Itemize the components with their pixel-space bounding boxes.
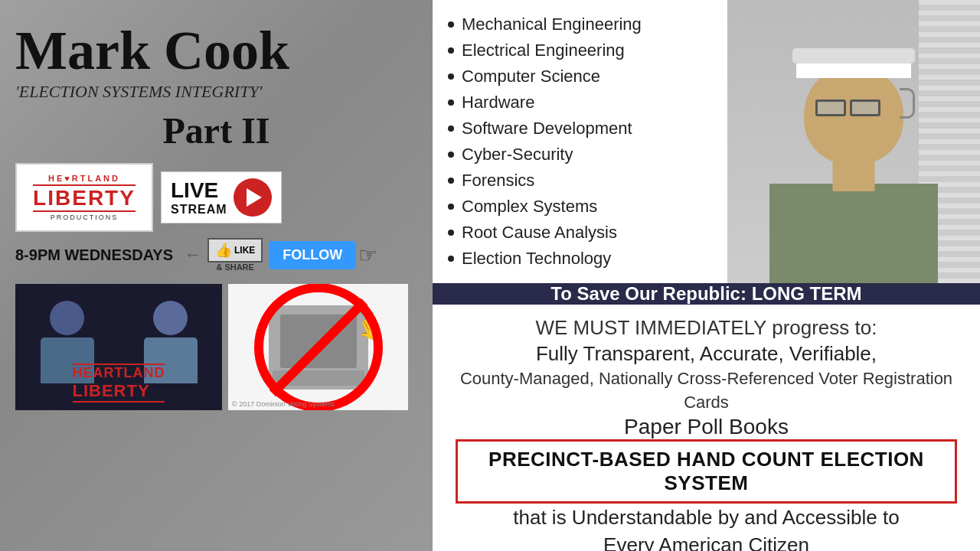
bullet-dot	[448, 99, 454, 106]
logo-line-bottom	[33, 210, 136, 212]
bullet-dot	[448, 126, 454, 132]
thumbnail-caption: © 2017 Dominion Voting Systems	[232, 400, 335, 408]
bullet-dot	[448, 47, 454, 54]
bullet-dot	[448, 230, 454, 236]
share-label: & SHARE	[216, 262, 254, 272]
webcam-section	[727, 0, 980, 283]
live-label: LIVE	[171, 179, 227, 203]
transparent-line2: County-Managed, Nationally Cross-Referen…	[456, 367, 957, 415]
bullet-dot	[448, 21, 454, 28]
glasses	[815, 99, 880, 116]
bullet-text: Cyber-Security	[462, 145, 573, 165]
presenter-name: Mark Cook	[15, 23, 417, 78]
precinct-box: PRECINCT-BASED HAND COUNT ELECTION SYSTE…	[456, 439, 957, 504]
like-share-group: 👍 LIKE & SHARE	[207, 238, 263, 272]
bullet-list-section: Mechanical Engineering Electrical Engine…	[433, 0, 727, 283]
schedule-time: 8-9PM WEDNESDAYS	[15, 246, 173, 264]
understandable-block: that is Understandable by and Accessible…	[513, 504, 899, 551]
no-symbol-container	[253, 284, 384, 410]
hl-text-small: HEARTLANDLIBERTY	[73, 365, 165, 401]
face	[804, 65, 903, 165]
bullet-dot	[448, 256, 454, 262]
banner-text: To Save Our Republic: LONG TERM	[550, 283, 861, 305]
cap-brim	[792, 48, 915, 64]
bullet-text: Election Technology	[462, 249, 611, 269]
bullet-text: Complex Systems	[462, 197, 597, 217]
show-subtitle: 'ELECTION SYSTEMS INTEGRITY'	[15, 82, 417, 102]
hl-logo-small: HEARTLANDLIBERTY	[73, 364, 165, 403]
lens-left	[815, 99, 846, 116]
shirt	[769, 184, 938, 283]
bullet-dot	[448, 152, 454, 158]
live-text-group: LIVE STREAM	[171, 179, 227, 216]
hl-line-bottom-small	[73, 401, 165, 403]
no-symbol-svg	[253, 284, 384, 410]
bullet-software: Software Development	[448, 116, 712, 142]
slide-bottom: WE MUST IMMEDIATELY progress to: Fully T…	[433, 305, 980, 551]
thumbs-up-icon: 👍	[215, 242, 232, 259]
time-interact-row: 8-9PM WEDNESDAYS ← 👍 LIKE & SHARE FOLLOW…	[15, 238, 417, 272]
like-share-button[interactable]: 👍 LIKE	[207, 238, 263, 262]
bullet-dot	[448, 204, 454, 210]
stream-label: STREAM	[171, 203, 227, 217]
bullet-mechanical: Mechanical Engineering	[448, 11, 712, 37]
like-label: LIKE	[234, 245, 255, 256]
like-follow-group: ← 👍 LIKE & SHARE FOLLOW ☞	[185, 238, 377, 272]
left-panel: Mark Cook 'ELECTION SYSTEMS INTEGRITY' P…	[0, 0, 433, 551]
paper-poll-text: Paper Poll Books	[624, 415, 789, 439]
no-machine-container: 🤚	[242, 290, 395, 405]
lens-right	[850, 99, 880, 116]
bullet-text: Mechanical Engineering	[462, 15, 642, 34]
cursor-hand-icon: ☞	[358, 243, 377, 268]
studio-thumbnail[interactable]: HEARTLANDLIBERTY	[15, 284, 222, 410]
person-container	[727, 0, 980, 283]
bullet-text: Electrical Engineering	[462, 41, 625, 60]
understandable-line2: Every American Citizen	[513, 531, 899, 551]
heartland-top-text: HE♥RTLAND	[48, 174, 120, 183]
bullet-text: Forensics	[462, 171, 534, 191]
slide-top: Mechanical Engineering Electrical Engine…	[433, 0, 980, 283]
svg-line-1	[273, 302, 364, 393]
bullet-text: Hardware	[462, 93, 534, 112]
precinct-text: PRECINCT-BASED HAND COUNT ELECTION SYSTE…	[473, 448, 939, 495]
logo-livestream-row: HE♥RTLAND LIBERTY PRODUCTIONS LIVE STREA…	[15, 163, 417, 232]
dark-banner: To Save Our Republic: LONG TERM	[433, 283, 980, 305]
bullet-forensics: Forensics	[448, 168, 712, 194]
bullet-rca: Root Cause Analysis	[448, 220, 712, 246]
heartland-liberty-logo: HE♥RTLAND LIBERTY PRODUCTIONS	[15, 163, 153, 232]
we-must-text: WE MUST IMMEDIATELY progress to:	[536, 316, 877, 340]
bullet-complex: Complex Systems	[448, 194, 712, 220]
arrow-left-icon: ←	[185, 245, 201, 265]
bullet-cybersec: Cyber-Security	[448, 142, 712, 168]
livestream-badge: LIVE STREAM	[161, 171, 282, 223]
webcam-frame	[727, 0, 980, 283]
bullet-text: Computer Science	[462, 67, 600, 86]
bottom-left-section: HE♥RTLAND LIBERTY PRODUCTIONS LIVE STREA…	[15, 163, 417, 410]
play-icon	[247, 188, 262, 207]
headset	[900, 88, 915, 119]
right-panel: Mechanical Engineering Electrical Engine…	[433, 0, 980, 551]
webcam-bg	[727, 0, 980, 283]
no-machine-thumbnail[interactable]: 🤚 © 2017 Dominion Voting Systems	[228, 284, 408, 410]
play-button[interactable]	[234, 178, 272, 217]
productions-text: PRODUCTIONS	[51, 214, 119, 221]
bullet-election: Election Technology	[448, 246, 712, 272]
bullet-dot	[448, 73, 454, 80]
transparent-block: Fully Transparent, Accurate, Verifiable,…	[456, 340, 957, 415]
bullet-dot	[448, 178, 454, 184]
bullet-text: Root Cause Analysis	[462, 223, 617, 243]
head2	[153, 301, 188, 335]
bullet-hardware: Hardware	[448, 90, 712, 116]
liberty-text: LIBERTY	[33, 187, 136, 209]
follow-button[interactable]: FOLLOW	[269, 241, 356, 269]
bullet-text: Software Development	[462, 119, 632, 139]
part-number: Part II	[15, 109, 417, 152]
bottom-thumbnails: HEARTLANDLIBERTY 🤚	[15, 284, 417, 410]
bullet-cs: Computer Science	[448, 64, 712, 90]
bullet-electrical: Electrical Engineering	[448, 37, 712, 64]
head1	[50, 301, 84, 335]
understandable-line1: that is Understandable by and Accessible…	[513, 504, 899, 531]
logo-text-group: HE♥RTLAND LIBERTY PRODUCTIONS	[33, 174, 136, 221]
transparent-line1: Fully Transparent, Accurate, Verifiable,	[456, 340, 957, 367]
